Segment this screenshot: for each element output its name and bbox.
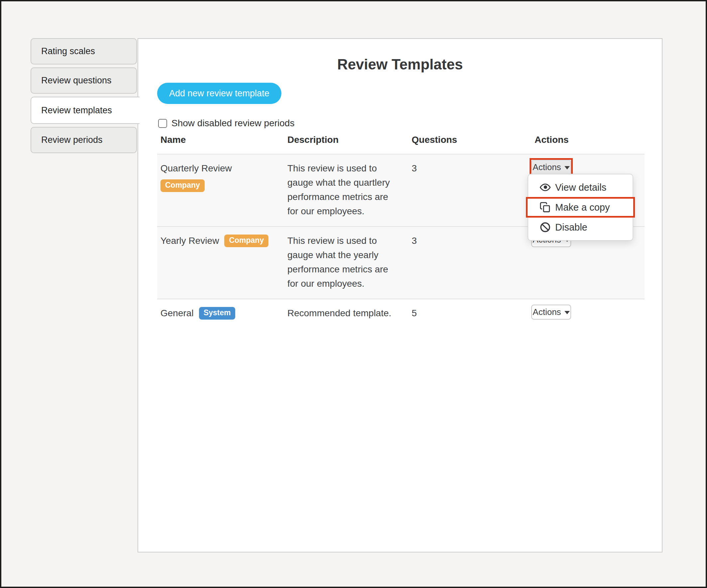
description-line: This review is used to bbox=[288, 234, 408, 248]
table-row-general: General System Recommended template. 5 A… bbox=[157, 299, 644, 328]
page-title: Review Templates bbox=[138, 56, 662, 73]
menu-item-label: Disable bbox=[555, 222, 587, 233]
description-line: gauge what the yearly bbox=[288, 248, 408, 262]
actions-button-label: Actions bbox=[533, 162, 561, 172]
actions-cell: Actions bbox=[531, 299, 644, 328]
template-name: Yearly Review bbox=[161, 234, 219, 248]
review-templates-panel: Review Templates Add new review template… bbox=[138, 38, 663, 552]
name-cell: Yearly Review Company bbox=[157, 227, 284, 299]
table-header-row: Name Description Questions Actions bbox=[157, 129, 644, 154]
system-badge: System bbox=[199, 307, 236, 319]
show-disabled-row: Show disabled review periods bbox=[158, 118, 294, 129]
actions-dropdown-button[interactable]: Actions bbox=[531, 305, 571, 319]
menu-item-disable[interactable]: Disable bbox=[528, 218, 633, 236]
company-badge: Company bbox=[224, 235, 268, 247]
menu-item-label: Make a copy bbox=[555, 202, 610, 213]
eye-icon bbox=[540, 182, 551, 193]
description-line: for our employees. bbox=[288, 276, 408, 291]
tab-label: Review templates bbox=[41, 105, 112, 115]
description-line: performance metrics are bbox=[288, 190, 408, 204]
column-header-name: Name bbox=[157, 135, 284, 145]
chevron-down-icon bbox=[565, 166, 570, 169]
description-line: This review is used to bbox=[288, 161, 408, 175]
actions-dropdown-menu: View details Make a copy Disable bbox=[528, 174, 633, 241]
name-cell: General System bbox=[157, 299, 284, 328]
tab-review-questions[interactable]: Review questions bbox=[31, 67, 137, 94]
menu-item-view-details[interactable]: View details bbox=[528, 178, 633, 196]
menu-item-make-a-copy[interactable]: Make a copy bbox=[526, 197, 635, 217]
add-new-review-template-button[interactable]: Add new review template bbox=[157, 83, 281, 104]
tab-label: Rating scales bbox=[41, 46, 95, 57]
template-name: Quarterly Review bbox=[161, 161, 284, 175]
actions-dropdown-button[interactable]: Actions bbox=[531, 160, 571, 175]
settings-tab-list: Rating scales Review questions Review te… bbox=[31, 38, 139, 156]
ban-icon bbox=[540, 221, 551, 233]
show-disabled-label: Show disabled review periods bbox=[171, 118, 294, 129]
column-header-actions: Actions bbox=[531, 135, 644, 145]
show-disabled-checkbox[interactable] bbox=[158, 119, 167, 128]
description-cell: Recommended template. bbox=[284, 299, 408, 328]
copy-icon bbox=[540, 202, 551, 213]
menu-item-label: View details bbox=[555, 182, 606, 193]
actions-button-label: Actions bbox=[533, 307, 561, 317]
name-cell: Quarterly Review Company bbox=[157, 154, 284, 226]
questions-cell: 5 bbox=[408, 299, 531, 328]
questions-cell: 3 bbox=[408, 227, 531, 299]
column-header-questions: Questions bbox=[408, 135, 531, 145]
description-cell: This review is used to gauge what the ye… bbox=[284, 227, 408, 299]
tab-review-periods[interactable]: Review periods bbox=[31, 127, 137, 153]
column-header-description: Description bbox=[284, 135, 408, 145]
template-name: General bbox=[161, 306, 194, 320]
description-line: performance metrics are bbox=[288, 262, 408, 276]
questions-cell: 3 bbox=[408, 154, 531, 226]
tab-label: Review periods bbox=[41, 135, 103, 145]
company-badge: Company bbox=[161, 179, 205, 192]
chevron-down-icon bbox=[565, 311, 570, 314]
description-line: Recommended template. bbox=[288, 306, 408, 320]
tab-review-templates[interactable]: Review templates bbox=[31, 97, 139, 124]
tab-rating-scales[interactable]: Rating scales bbox=[31, 38, 137, 64]
tab-label: Review questions bbox=[41, 75, 112, 86]
description-line: for our employees. bbox=[288, 204, 408, 218]
description-cell: This review is used to gauge what the qu… bbox=[284, 154, 408, 226]
description-line: gauge what the quartlery bbox=[288, 175, 408, 190]
